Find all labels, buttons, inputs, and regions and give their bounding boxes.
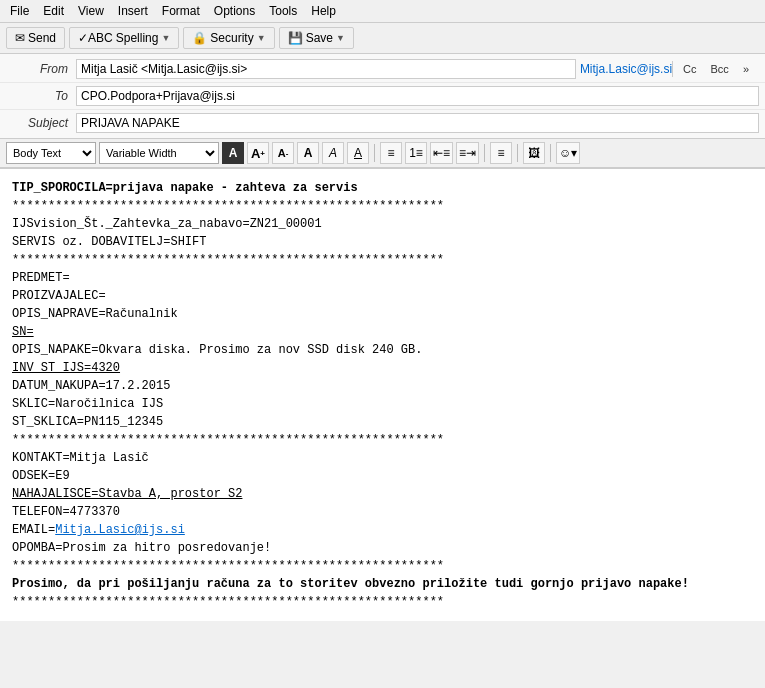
format-separator-1 bbox=[374, 144, 375, 162]
expand-button[interactable]: » bbox=[739, 62, 753, 76]
from-link[interactable]: Mitja.Lasic@ijs.si bbox=[580, 62, 672, 76]
separator bbox=[672, 61, 673, 77]
font-select[interactable]: Variable Width bbox=[99, 142, 219, 164]
menu-tools[interactable]: Tools bbox=[263, 2, 303, 20]
to-label: To bbox=[6, 89, 76, 103]
format-separator-3 bbox=[517, 144, 518, 162]
menu-file[interactable]: File bbox=[4, 2, 35, 20]
body-line12: ST_SKLICA=PN115_12345 bbox=[12, 413, 753, 431]
security-icon: 🔒 bbox=[192, 31, 207, 45]
send-button[interactable]: ✉ Send bbox=[6, 27, 65, 49]
body-line2: IJSvision_Št._Zahtevka_za_nabavo=ZN21_00… bbox=[12, 215, 753, 233]
body-separator4: ****************************************… bbox=[12, 557, 753, 575]
save-dropdown-arrow: ▼ bbox=[336, 33, 345, 43]
body-line1: TIP_SPOROCILA=prijava napake - zahteva z… bbox=[12, 179, 753, 197]
menu-format[interactable]: Format bbox=[156, 2, 206, 20]
subject-row: Subject bbox=[0, 110, 765, 136]
body-line16: TELEFON=4773370 bbox=[12, 503, 753, 521]
indent-decrease-button[interactable]: ⇤≡ bbox=[430, 142, 453, 164]
cc-button[interactable]: Cc bbox=[679, 62, 700, 76]
font-size-decrease-button[interactable]: A- bbox=[272, 142, 294, 164]
from-input[interactable] bbox=[76, 59, 576, 79]
bcc-button[interactable]: Bcc bbox=[707, 62, 733, 76]
from-controls: Cc Bcc » bbox=[672, 61, 759, 77]
font-color-button[interactable]: A bbox=[222, 142, 244, 164]
header-area: From Mitja.Lasic@ijs.si Cc Bcc » To Subj… bbox=[0, 54, 765, 139]
body-line4: PREDMET= bbox=[12, 269, 753, 287]
body-line8: OPIS_NAPAKE=Okvara diska. Prosimo za nov… bbox=[12, 341, 753, 359]
format-bar: Body Text Variable Width A A+ A- A A A ≡… bbox=[0, 139, 765, 169]
body-separator2: ****************************************… bbox=[12, 251, 753, 269]
body-line3: SERVIS oz. DOBAVITELJ=SHIFT bbox=[12, 233, 753, 251]
body-separator5: ****************************************… bbox=[12, 593, 753, 611]
menu-bar: File Edit View Insert Format Options Too… bbox=[0, 0, 765, 23]
ordered-list-button[interactable]: 1≡ bbox=[405, 142, 427, 164]
body-line19: Prosimo, da pri pošiljanju računa za to … bbox=[12, 575, 753, 593]
email-link[interactable]: Mitja.Lasic@ijs.si bbox=[55, 523, 185, 537]
spelling-icon: ✓ABC bbox=[78, 31, 113, 45]
underline-button[interactable]: A bbox=[347, 142, 369, 164]
body-line17-prefix: EMAIL=Mitja.Lasic@ijs.si bbox=[12, 521, 753, 539]
save-button[interactable]: 💾 Save ▼ bbox=[279, 27, 354, 49]
body-separator3: ****************************************… bbox=[12, 431, 753, 449]
email-body[interactable]: TIP_SPOROCILA=prijava napake - zahteva z… bbox=[0, 169, 765, 621]
send-icon: ✉ bbox=[15, 31, 25, 45]
body-line7: SN= bbox=[12, 323, 753, 341]
image-button[interactable]: 🖼 bbox=[523, 142, 545, 164]
menu-help[interactable]: Help bbox=[305, 2, 342, 20]
indent-increase-button[interactable]: ≡⇥ bbox=[456, 142, 479, 164]
from-label: From bbox=[6, 62, 76, 76]
body-line18: OPOMBA=Prosim za hitro posredovanje! bbox=[12, 539, 753, 557]
italic-button[interactable]: A bbox=[322, 142, 344, 164]
menu-view[interactable]: View bbox=[72, 2, 110, 20]
save-icon: 💾 bbox=[288, 31, 303, 45]
spelling-dropdown-arrow: ▼ bbox=[161, 33, 170, 43]
subject-input[interactable] bbox=[76, 113, 759, 133]
menu-options[interactable]: Options bbox=[208, 2, 261, 20]
font-size-increase-button[interactable]: A+ bbox=[247, 142, 269, 164]
body-line13: KONTAKT=Mitja Lasič bbox=[12, 449, 753, 467]
emoji-button[interactable]: ☺▾ bbox=[556, 142, 580, 164]
format-separator-4 bbox=[550, 144, 551, 162]
menu-insert[interactable]: Insert bbox=[112, 2, 154, 20]
body-line14: ODSEK=E9 bbox=[12, 467, 753, 485]
from-row: From Mitja.Lasic@ijs.si Cc Bcc » bbox=[0, 56, 765, 83]
security-button[interactable]: 🔒 Security ▼ bbox=[183, 27, 274, 49]
subject-label: Subject bbox=[6, 116, 76, 130]
body-separator1: ****************************************… bbox=[12, 197, 753, 215]
format-separator-2 bbox=[484, 144, 485, 162]
toolbar: ✉ Send ✓ABC Spelling ▼ 🔒 Security ▼ 💾 Sa… bbox=[0, 23, 765, 54]
body-line6: OPIS_NAPRAVE=Računalnik bbox=[12, 305, 753, 323]
bold-button[interactable]: A bbox=[297, 142, 319, 164]
style-select[interactable]: Body Text bbox=[6, 142, 96, 164]
body-line15: NAHAJALISCE=Stavba A, prostor S2 bbox=[12, 485, 753, 503]
body-line10: DATUM_NAKUPA=17.2.2015 bbox=[12, 377, 753, 395]
align-button[interactable]: ≡ bbox=[490, 142, 512, 164]
to-row: To bbox=[0, 83, 765, 110]
body-line5: PROIZVAJALEC= bbox=[12, 287, 753, 305]
security-dropdown-arrow: ▼ bbox=[257, 33, 266, 43]
body-line9: INV_ST_IJS=4320 bbox=[12, 359, 753, 377]
from-field-area: Mitja.Lasic@ijs.si bbox=[76, 59, 672, 79]
to-input[interactable] bbox=[76, 86, 759, 106]
unordered-list-button[interactable]: ≡ bbox=[380, 142, 402, 164]
body-line11: SKLIC=Naročilnica IJS bbox=[12, 395, 753, 413]
spelling-button[interactable]: ✓ABC Spelling ▼ bbox=[69, 27, 179, 49]
menu-edit[interactable]: Edit bbox=[37, 2, 70, 20]
